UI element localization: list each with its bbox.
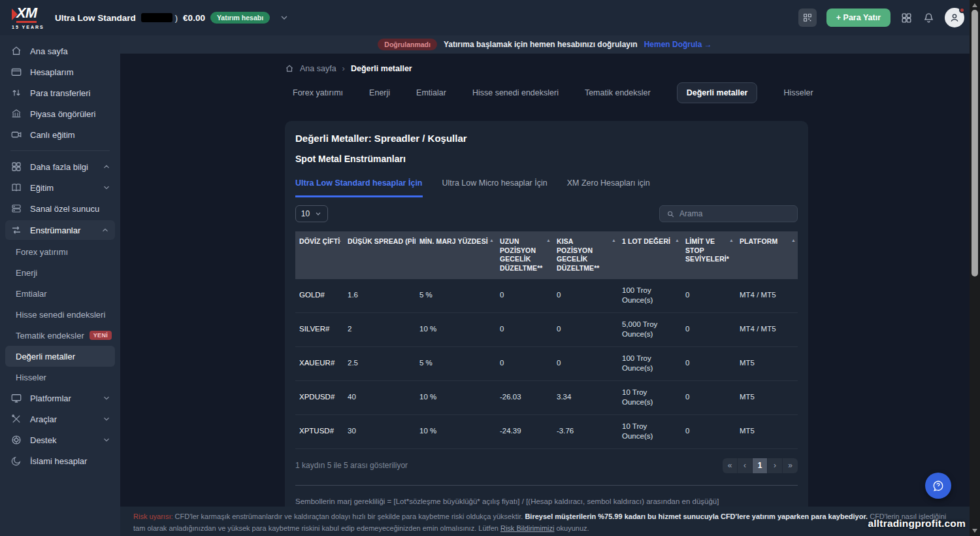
cell-margin: 10 % — [416, 414, 496, 448]
sidebar-item-piyasa-ongoruleri[interactable]: Piyasa öngörüleri — [0, 103, 120, 124]
search-input[interactable] — [679, 209, 791, 218]
col-dusuk-spread[interactable]: DÜŞÜK SPREAD (PİP)▲ — [344, 231, 416, 279]
sidebar-item-label: Canlı eğitim — [30, 130, 75, 140]
watermark: alltradingprofit.com — [868, 518, 966, 529]
sidebar-subitem-enerji[interactable]: Enerji — [0, 262, 120, 283]
qr-code-button[interactable] — [798, 8, 817, 27]
subtab-ultra-low-standard[interactable]: Ultra Low Standard hesaplar İçin — [295, 178, 423, 197]
sidebar-item-islami-hesaplar[interactable]: İslami hesaplar — [0, 450, 120, 471]
help-chat-button[interactable] — [925, 473, 951, 499]
sidebar-subitem-hisse-senedi-endeksleri[interactable]: Hisse senedi endeksleri — [0, 304, 120, 325]
book-icon — [10, 182, 22, 193]
sidebar-subitem-label: Emtialar — [16, 289, 47, 299]
account-switcher[interactable]: Ultra Low Standard ) €0.00 Yatırım hesab… — [55, 0, 289, 35]
cell-limit-stop: 0 — [681, 279, 736, 313]
sidebar-item-canli-egitim[interactable]: Canlı eğitim — [0, 124, 120, 145]
spreads-card: Değerli Metaller: Spreadler / Koşullar S… — [285, 121, 808, 536]
table-row: SILVER# 2 10 % 0 0 5,000 Troy Ounce(s) 0… — [295, 312, 798, 346]
cell-platform: MT5 — [736, 346, 798, 380]
col-uzun-pozisyon[interactable]: UZUN POZİSYON GECELİK DÜZELTME**▲ — [496, 231, 553, 279]
sidebar-item-ana-sayfa[interactable]: Ana sayfa — [0, 41, 120, 61]
tab-emtialar[interactable]: Emtialar — [416, 88, 446, 97]
moon-icon — [10, 455, 22, 467]
breadcrumb-home[interactable]: Ana sayfa — [300, 64, 336, 73]
deposit-button[interactable]: + Para Yatır — [826, 8, 890, 27]
scrollbar-up-arrow-icon[interactable] — [972, 3, 977, 7]
tab-degerli-metaller[interactable]: Değerli metaller — [677, 82, 758, 103]
sidebar-item-araclar[interactable]: Araçlar — [0, 409, 120, 429]
risk-disclosure-link[interactable]: Risk Bildirimimizi — [500, 524, 555, 532]
cell-long-swap: 0 — [496, 346, 553, 380]
tab-tematik-endeksler[interactable]: Tematik endeksler — [585, 88, 651, 97]
chevron-up-icon — [102, 162, 111, 171]
sidebar-item-para-transferleri[interactable]: Para transferleri — [0, 82, 120, 103]
col-kisa-pozisyon[interactable]: KISA POZİSYON GECELİK DÜZELTME**▲ — [553, 231, 618, 279]
cell-platform: MT4 / MT5 — [736, 279, 798, 313]
cell-symbol: SILVER# — [295, 312, 344, 346]
unverified-badge: Doğrulanmadı — [378, 39, 437, 50]
tab-hisse-senedi-endeksleri[interactable]: Hisse senedi endeksleri — [472, 88, 559, 97]
sidebar-subitem-forex-yatirimi[interactable]: Forex yatırımı — [0, 241, 120, 262]
first-page-button[interactable]: « — [723, 458, 738, 473]
sidebar-item-sanal-ozel-sunucu[interactable]: Sanal özel sunucu — [0, 198, 120, 219]
bell-icon[interactable] — [923, 12, 935, 24]
sidebar-item-enstrumanlar[interactable]: Enstrümanlar — [5, 220, 115, 240]
sidebar-subitem-degerli-metaller[interactable]: Değerli metaller — [5, 346, 115, 367]
sidebar-subitem-label: Forex yatırımı — [16, 247, 68, 257]
avatar[interactable] — [945, 8, 964, 27]
page-size-select[interactable]: 10 — [295, 205, 328, 222]
sort-icon: ▲ — [675, 237, 679, 243]
sidebar-item-label: Araçlar — [30, 414, 57, 424]
subtab-ultra-low-micro[interactable]: Ultra Low Micro hesaplar İçin — [442, 178, 547, 197]
col-limit-stop[interactable]: LİMİT VE STOP SEVİYELERİ*▲ — [681, 231, 736, 279]
vertical-scrollbar[interactable] — [970, 0, 980, 536]
sidebar-divider — [10, 150, 110, 151]
account-number-redacted — [141, 13, 172, 22]
sidebar-item-hesaplarim[interactable]: Hesaplarım — [0, 61, 120, 82]
support-icon — [10, 434, 22, 446]
col-doviz-cifti[interactable]: DÖVİZ ÇİFTİ▲ — [295, 231, 344, 279]
sidebar-item-label: Platformlar — [30, 394, 71, 403]
breadcrumb-current: Değerli metaller — [351, 64, 412, 73]
sidebar-item-label: Sanal özel sunucu — [30, 204, 99, 214]
col-min-marj[interactable]: MİN. MARJ YÜZDESİ▲ — [416, 231, 496, 279]
breadcrumb-separator: › — [342, 63, 345, 73]
verify-now-link[interactable]: Hemen Doğrula → — [644, 40, 712, 49]
apps-grid-icon[interactable] — [900, 12, 913, 24]
account-balance: €0.00 — [183, 13, 205, 23]
tab-hisseler[interactable]: Hisseler — [783, 88, 813, 97]
chevron-down-icon — [102, 414, 111, 424]
col-label: 1 LOT DEĞERİ — [622, 237, 670, 245]
cell-spread: 40 — [344, 380, 416, 414]
chevron-down-icon — [279, 12, 289, 23]
sidebar-subitem-tematik-endeksler[interactable]: Tematik endeksler YENİ — [0, 325, 120, 346]
sidebar-item-platformlar[interactable]: Platformlar — [0, 388, 120, 409]
tab-enerji[interactable]: Enerji — [369, 88, 390, 97]
risk-text-a: CFD'ler karmaşık enstrümanlardır ve kald… — [175, 512, 523, 520]
sidebar-subitem-emtialar[interactable]: Emtialar — [0, 283, 120, 304]
sidebar-subitem-hisseler[interactable]: Hisseler — [0, 367, 120, 388]
col-lot-degeri[interactable]: 1 LOT DEĞERİ▲ — [618, 231, 681, 279]
scrollbar-thumb[interactable] — [972, 10, 978, 276]
last-page-button[interactable]: » — [783, 458, 798, 473]
sidebar-item-destek[interactable]: Destek — [0, 429, 120, 450]
scrollbar-down-arrow-icon[interactable] — [972, 529, 977, 533]
page-number-button[interactable]: 1 — [753, 458, 768, 473]
cell-platform: MT5 — [736, 380, 798, 414]
card-divider — [295, 485, 798, 486]
verification-banner: Doğrulanmadı Yatırıma başlamak için heme… — [120, 35, 970, 54]
tab-forex-yatirimi[interactable]: Forex yatırımı — [293, 88, 343, 97]
col-platform[interactable]: PLATFORM▲ — [736, 231, 798, 279]
topbar: XM 15 YEARS Ultra Low Standard ) €0.00 Y… — [0, 0, 980, 35]
col-label: PLATFORM — [740, 237, 777, 245]
subtab-xm-zero[interactable]: XM Zero Hesapları için — [567, 178, 650, 197]
xm-logo[interactable]: XM 15 YEARS — [12, 6, 50, 29]
sidebar-item-egitim[interactable]: Eğitim — [0, 177, 120, 198]
table-row: XPDUSD# 40 10 % -26.03 3.34 10 Troy Ounc… — [295, 380, 798, 414]
home-icon — [285, 64, 294, 73]
next-page-button[interactable]: › — [768, 458, 783, 473]
sidebar-item-daha-fazla-bilgi[interactable]: Daha fazla bilgi — [0, 156, 120, 177]
prev-page-button[interactable]: ‹ — [738, 458, 753, 473]
sidebar-subitem-label: Enerji — [16, 268, 37, 278]
tools-icon — [10, 413, 22, 425]
